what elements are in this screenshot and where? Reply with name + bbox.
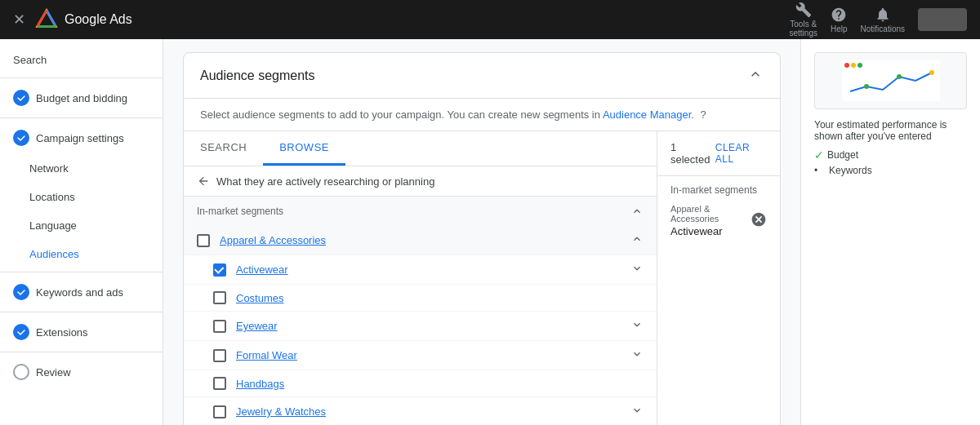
sidebar-divider-4 [0, 312, 163, 312]
formal-wear-checkbox[interactable] [213, 349, 226, 362]
perf-budget-item: ✓ Budget [814, 148, 967, 162]
formal-wear-expand-icon[interactable] [630, 348, 644, 363]
chevron-up-section-icon [630, 205, 644, 218]
chip-remove-button[interactable] [751, 211, 767, 230]
section-header-label: In-market segments [197, 206, 283, 217]
collapse-button[interactable] [747, 66, 764, 85]
jewelry-checkbox[interactable] [213, 405, 226, 418]
browse-breadcrumb[interactable]: What they are actively researching or pl… [184, 166, 657, 197]
extensions-check-icon [13, 324, 29, 340]
perf-keywords-item: • Keywords [814, 165, 967, 176]
keywords-check-icon [13, 284, 29, 300]
sidebar-label-budget: Budget and bidding [36, 92, 127, 104]
breadcrumb-text: What they are actively researching or pl… [216, 175, 434, 188]
sidebar-item-budget[interactable]: Budget and bidding [0, 82, 163, 114]
main-content: Audience segments Select audience segmen… [163, 39, 800, 425]
tab-search[interactable]: SEARCH [184, 131, 263, 166]
svg-rect-2 [842, 60, 940, 101]
jewelry-expand-icon[interactable] [630, 404, 644, 419]
sidebar-item-locations[interactable]: Locations [0, 183, 163, 211]
sidebar-divider-2 [0, 117, 163, 118]
handbags-checkbox[interactable] [213, 377, 226, 390]
sidebar-item-extensions[interactable]: Extensions [0, 316, 163, 348]
sidebar-item-audiences[interactable]: Audiences [0, 240, 163, 268]
activewear-expand-icon[interactable] [630, 262, 644, 277]
perf-keywords-label: Keywords [829, 165, 872, 176]
segment-item-formal-wear[interactable]: Formal Wear [184, 341, 657, 370]
tab-panel-left: SEARCH BROWSE What they are actively res… [184, 131, 657, 425]
notifications-button[interactable]: Notifications [861, 7, 905, 33]
card-desc-text: Select audience segments to add to your … [200, 108, 600, 121]
sidebar-item-language[interactable]: Language [0, 211, 163, 240]
card-description: Select audience segments to add to your … [184, 99, 780, 131]
clear-all-button[interactable]: CLEAR ALL [715, 142, 767, 165]
costumes-label: Costumes [236, 292, 644, 304]
activewear-checkbox[interactable] [213, 263, 226, 277]
top-nav: ✕ Google Ads Tools &settings Help Notifi… [0, 0, 980, 39]
chevron-down-eyewear-icon [630, 318, 644, 331]
chevron-down-jewelry-icon [630, 404, 644, 417]
check-svg-2 [16, 133, 26, 143]
budget-check-icon [13, 90, 29, 106]
perf-budget-label: Budget [827, 149, 858, 161]
chevron-up-apparel-icon [630, 232, 644, 246]
sidebar-label-extensions: Extensions [36, 326, 88, 339]
segment-item-jewelry[interactable]: Jewelry & Watches [184, 397, 657, 425]
sidebar-label-audiences: Audiences [29, 248, 79, 260]
audience-manager-link[interactable]: Audience Manager. [603, 108, 694, 121]
selected-header: 1 selected CLEAR ALL [657, 131, 780, 176]
segment-item-costumes[interactable]: Costumes [184, 285, 657, 312]
segment-item-eyewear[interactable]: Eyewear [184, 312, 657, 341]
check-svg-4 [16, 327, 26, 337]
sidebar-item-review[interactable]: Review [0, 356, 163, 388]
sidebar-item-keywords[interactable]: Keywords and ads [0, 276, 163, 308]
apparel-label: Apparel & Accessories [220, 234, 621, 246]
sidebar-item-network[interactable]: Network [0, 154, 163, 183]
app-name: Google Ads [65, 12, 132, 27]
segment-item-activewear[interactable]: Activewear [184, 255, 657, 285]
sidebar-divider-1 [0, 77, 163, 78]
apparel-checkbox[interactable] [197, 234, 210, 247]
help-button[interactable]: Help [831, 7, 848, 33]
check-svg [16, 93, 26, 103]
svg-point-3 [844, 63, 849, 68]
page-layout: Search Budget and bidding Campaign setti… [0, 39, 980, 425]
card-title: Audience segments [200, 69, 315, 83]
help-label: Help [831, 24, 848, 33]
svg-marker-1 [38, 11, 56, 27]
jewelry-label: Jewelry & Watches [236, 405, 621, 418]
tab-panel-right: 1 selected CLEAR ALL In-market segments … [657, 131, 780, 425]
segment-section-header[interactable]: In-market segments [184, 197, 657, 226]
performance-panel: Your estimated performance is shown afte… [800, 39, 980, 425]
costumes-checkbox[interactable] [213, 291, 226, 304]
check-svg-3 [16, 287, 26, 297]
apparel-expand-icon[interactable] [630, 232, 644, 248]
sidebar-item-search[interactable]: Search [0, 46, 163, 74]
performance-list: ✓ Budget • Keywords [814, 148, 967, 176]
google-ads-logo-icon [35, 8, 58, 31]
sidebar-label-locations: Locations [29, 191, 75, 203]
sidebar-item-campaign-settings[interactable]: Campaign settings [0, 122, 163, 154]
user-avatar[interactable] [918, 8, 967, 31]
audience-segments-card: Audience segments Select audience segmen… [183, 52, 781, 425]
eyewear-checkbox[interactable] [213, 320, 226, 333]
help-tooltip-icon[interactable]: ? [701, 108, 706, 121]
tools-icon [795, 2, 812, 18]
segment-item-apparel-parent[interactable]: Apparel & Accessories [184, 226, 657, 255]
svg-point-5 [858, 63, 862, 68]
sidebar-divider-5 [0, 352, 163, 352]
svg-point-8 [929, 70, 934, 75]
formal-wear-label: Formal Wear [236, 349, 621, 361]
notifications-label: Notifications [861, 24, 905, 33]
sidebar-label-campaign: Campaign settings [36, 132, 124, 144]
sidebar-label-review: Review [36, 366, 71, 379]
eyewear-label: Eyewear [236, 320, 621, 332]
tools-settings-button[interactable]: Tools &settings [789, 2, 817, 38]
segment-item-handbags[interactable]: Handbags [184, 370, 657, 397]
close-button[interactable]: ✕ [13, 11, 25, 29]
activewear-label: Activewear [236, 263, 621, 276]
tab-browse[interactable]: BROWSE [263, 131, 345, 166]
campaign-check-icon [13, 130, 29, 146]
sidebar-label-keywords: Keywords and ads [36, 286, 123, 299]
eyewear-expand-icon[interactable] [630, 318, 644, 334]
